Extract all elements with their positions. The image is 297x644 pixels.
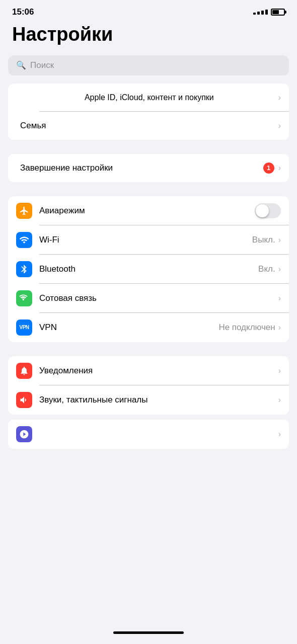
sounds-item[interactable]: Звуки, тактильные сигналы › bbox=[8, 385, 289, 415]
page-title: Настройки bbox=[12, 24, 285, 45]
toggle-knob bbox=[256, 204, 269, 217]
notifications-label: Уведомления bbox=[39, 366, 278, 376]
setup-section: Завершение настройки 1 › bbox=[8, 154, 289, 182]
search-placeholder: Поиск bbox=[30, 60, 54, 70]
page-header: Настройки bbox=[0, 20, 297, 51]
vpn-item[interactable]: VPN VPN Не подключен › bbox=[8, 313, 289, 342]
sounds-chevron: › bbox=[278, 395, 281, 405]
airplane-mode-toggle[interactable] bbox=[255, 203, 281, 218]
home-bar-container bbox=[0, 622, 297, 644]
vpn-label: VPN bbox=[39, 323, 218, 333]
wifi-value: Выкл. bbox=[252, 235, 275, 245]
notifications-section: Уведомления › Звуки, тактильные сигналы … bbox=[8, 356, 289, 415]
focus-icon bbox=[16, 426, 32, 442]
family-chevron: › bbox=[278, 121, 281, 130]
setup-label: Завершение настройки bbox=[20, 163, 263, 173]
status-icons bbox=[253, 9, 285, 16]
bluetooth-chevron: › bbox=[278, 265, 281, 274]
notifications-chevron: › bbox=[278, 366, 281, 375]
apple-id-chevron: › bbox=[278, 93, 281, 102]
search-container: 🔍 Поиск bbox=[0, 51, 297, 84]
search-bar[interactable]: 🔍 Поиск bbox=[8, 55, 289, 75]
setup-item[interactable]: Завершение настройки 1 › bbox=[8, 154, 289, 182]
search-icon: 🔍 bbox=[16, 60, 26, 70]
cellular-label: Сотовая связь bbox=[39, 293, 278, 303]
gap-3 bbox=[0, 347, 297, 356]
vpn-value: Не подключен bbox=[218, 323, 275, 333]
signal-strength-icon bbox=[253, 10, 268, 15]
bluetooth-label: Bluetooth bbox=[39, 264, 258, 274]
status-time: 15:06 bbox=[12, 7, 34, 17]
battery-fill bbox=[272, 10, 279, 14]
family-item[interactable]: Семья › bbox=[8, 112, 289, 140]
family-label: Семья bbox=[20, 121, 278, 131]
bluetooth-item[interactable]: Bluetooth Вкл. › bbox=[8, 255, 289, 284]
vpn-icon: VPN bbox=[16, 319, 32, 336]
gap-1 bbox=[0, 145, 297, 154]
more-section: › bbox=[8, 420, 289, 449]
wifi-label: Wi-Fi bbox=[39, 235, 252, 245]
airplane-mode-label: Авиарежим bbox=[39, 206, 255, 216]
wifi-chevron: › bbox=[278, 235, 281, 245]
vpn-chevron: › bbox=[278, 323, 281, 332]
home-indicator bbox=[113, 631, 184, 634]
apple-id-label: Apple ID, iCloud, контент и покупки bbox=[20, 93, 278, 102]
wifi-item[interactable]: Wi-Fi Выкл. › bbox=[8, 225, 289, 255]
focus-chevron: › bbox=[278, 430, 281, 439]
wifi-icon bbox=[16, 232, 32, 248]
apple-id-item[interactable]: Apple ID, iCloud, контент и покупки › bbox=[8, 84, 289, 112]
sounds-icon bbox=[16, 392, 32, 408]
focus-item[interactable]: › bbox=[8, 420, 289, 449]
airplane-mode-icon bbox=[16, 203, 32, 219]
battery-icon bbox=[271, 9, 285, 16]
setup-chevron: › bbox=[278, 164, 281, 173]
notifications-icon bbox=[16, 363, 32, 379]
bluetooth-icon bbox=[16, 261, 32, 277]
connectivity-section: Авиарежим Wi-Fi Выкл. › Bluetooth Вкл. ›… bbox=[8, 196, 289, 342]
apple-id-section: Apple ID, iCloud, контент и покупки › Се… bbox=[8, 84, 289, 140]
cellular-chevron: › bbox=[278, 294, 281, 303]
airplane-mode-item[interactable]: Авиарежим bbox=[8, 196, 289, 225]
bluetooth-value: Вкл. bbox=[258, 264, 275, 274]
notifications-item[interactable]: Уведомления › bbox=[8, 356, 289, 385]
cellular-icon bbox=[16, 290, 32, 306]
home-bar bbox=[0, 626, 297, 638]
cellular-item[interactable]: Сотовая связь › bbox=[8, 284, 289, 313]
sounds-label: Звуки, тактильные сигналы bbox=[39, 395, 278, 405]
status-bar: 15:06 bbox=[0, 0, 297, 20]
setup-badge: 1 bbox=[263, 163, 274, 174]
gap-2 bbox=[0, 187, 297, 196]
